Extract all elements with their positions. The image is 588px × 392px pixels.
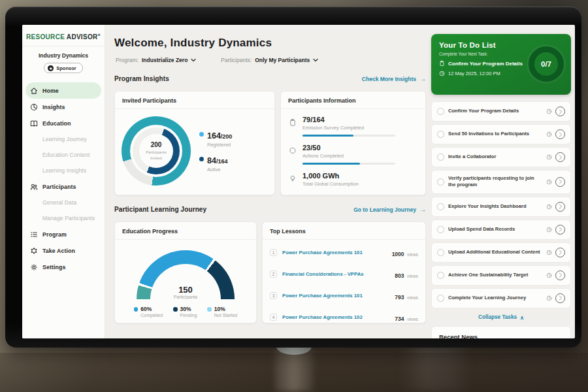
- todo-next-task: Confirm Your Program Details: [448, 61, 523, 67]
- sidebar-item-general-data[interactable]: General Data: [25, 195, 101, 210]
- lesson-link[interactable]: Financial Considerations - VPPAs: [282, 271, 395, 277]
- sidebar-item-insights[interactable]: Insights: [25, 99, 101, 115]
- sidebar-item-education-content[interactable]: Education Content: [25, 147, 101, 163]
- task-checkbox[interactable]: [437, 249, 444, 256]
- participants-information-card: Participants Information 79/164 Emission…: [280, 91, 426, 195]
- go-to-learning-journey-link[interactable]: Go to Learning Journey →: [353, 206, 426, 213]
- clipboard-icon: [289, 116, 297, 137]
- task-row[interactable]: Upload Additional Educational Content: [431, 242, 571, 263]
- sidebar-item-home[interactable]: Home: [25, 82, 101, 99]
- task-checkbox[interactable]: [437, 154, 444, 161]
- task-open-button[interactable]: [555, 106, 565, 116]
- legend-dot: [199, 132, 204, 137]
- sidebar-item-participants[interactable]: Participants: [25, 178, 101, 195]
- clipboard-icon: [439, 60, 445, 67]
- task-open-button[interactable]: [555, 152, 565, 162]
- task-open-button[interactable]: [555, 129, 565, 139]
- home-icon: [30, 87, 38, 95]
- sidebar-item-learning-journey[interactable]: Learning Journey: [25, 131, 101, 147]
- lesson-rank: 2: [270, 270, 277, 278]
- stat-total-consumption: 1,000 GWh Total Global Consumption: [289, 172, 417, 187]
- lesson-rank: 1: [270, 249, 277, 256]
- task-checkbox[interactable]: [437, 178, 444, 186]
- task-checkbox[interactable]: [437, 108, 444, 115]
- org-name: Industry Dynamics: [22, 52, 105, 59]
- task-checkbox[interactable]: [437, 272, 444, 279]
- program-value: Industrialize Zero: [142, 57, 188, 63]
- legend-item: 10%Not Started: [207, 306, 237, 318]
- section-title: Participant Learning Journey: [114, 206, 206, 213]
- task-row[interactable]: Invite a Collaborator: [431, 147, 571, 167]
- task-row[interactable]: Achieve One Sustainability Target: [431, 265, 571, 286]
- recent-news-title: Recent News: [439, 333, 563, 339]
- task-list: Confirm Your Program Details Send 50 Inv…: [431, 101, 571, 308]
- task-row[interactable]: Confirm Your Program Details: [431, 101, 571, 122]
- recent-news-card: Recent News: [431, 326, 571, 339]
- page-title: Welcome, Industry Dynamics: [114, 37, 272, 50]
- section-title: Program Insights: [114, 75, 169, 82]
- todo-due-date: 12 May 2025, 12:00 PM: [448, 71, 500, 76]
- todo-progress-value: 0/7: [541, 60, 551, 68]
- sidebar-item-settings[interactable]: Settings: [25, 259, 101, 275]
- task-checkbox[interactable]: [437, 226, 444, 233]
- check-more-insights-link[interactable]: Check More Insights →: [362, 75, 426, 82]
- task-row[interactable]: Explore Your Insights Dashboard: [431, 197, 571, 217]
- todo-progress-ring: 0/7: [529, 46, 564, 82]
- app-logo: RESOURCE ADVISOR+: [22, 30, 105, 46]
- program-insights-header: Program Insights Check More Insights →: [114, 75, 426, 82]
- donut-legend: 164/200 Registered 84/164 Active: [199, 123, 232, 179]
- clock-icon: [546, 154, 552, 160]
- sidebar-nav: Home Insights Education Learning Journey…: [22, 80, 105, 278]
- task-row[interactable]: Verify participants requesting to join t…: [431, 170, 571, 194]
- task-open-button[interactable]: [555, 177, 565, 187]
- task-checkbox[interactable]: [437, 131, 444, 138]
- gear-icon: [30, 263, 38, 271]
- sidebar-item-take-action[interactable]: Take Action: [25, 242, 101, 259]
- legend-item: 84/164 Active: [199, 154, 232, 172]
- invited-participants-donut-chart: 200 ParticipantsInvited: [122, 116, 191, 186]
- task-open-button[interactable]: [555, 270, 565, 280]
- task-row[interactable]: Complete Your Learning Journey: [431, 288, 571, 308]
- collapse-tasks-link[interactable]: Collapse Tasks ∧: [431, 314, 571, 321]
- task-open-button[interactable]: [555, 202, 565, 212]
- gauge-center-label: Participants: [137, 295, 235, 299]
- progress-bar: [302, 135, 395, 137]
- card-title: Invited Participants: [115, 91, 274, 109]
- chevron-down-icon: [191, 58, 196, 62]
- sponsor-icon: ★: [48, 65, 54, 71]
- lesson-rank: 4: [270, 314, 277, 321]
- sidebar-item-learning-insights[interactable]: Learning Insights: [25, 163, 101, 178]
- task-checkbox[interactable]: [437, 295, 444, 302]
- people-icon: [30, 183, 38, 191]
- list-icon: [30, 231, 38, 238]
- progress-bar: [302, 163, 395, 165]
- arrow-right-icon: →: [419, 206, 426, 213]
- task-open-button[interactable]: [555, 248, 565, 257]
- task-row[interactable]: Send 50 Invitations to Participants: [431, 124, 571, 144]
- task-row[interactable]: Upload Spend Data Records: [431, 220, 571, 240]
- clock-icon: [546, 227, 552, 233]
- participants-dropdown[interactable]: Participants: Only My Participants: [221, 57, 318, 63]
- stat-emission-survey: 79/164 Emission Survey Completed: [289, 116, 417, 137]
- lesson-link[interactable]: Power Purchase Agreements 102: [282, 314, 395, 320]
- filter-bar: Program: Industrialize Zero Participants…: [116, 57, 318, 63]
- clock-icon: [546, 108, 552, 114]
- lesson-row: 2 Financial Considerations - VPPAs 803 v…: [270, 263, 418, 285]
- legend-dot: [173, 307, 178, 312]
- education-progress-card: Education Progress 150 Participants 60%C…: [114, 221, 257, 323]
- lesson-rank: 3: [270, 292, 277, 299]
- task-checkbox[interactable]: [437, 203, 444, 210]
- screen: RESOURCE ADVISOR+ Industry Dynamics ★ Sp…: [22, 25, 575, 338]
- program-dropdown[interactable]: Program: Industrialize Zero: [116, 57, 196, 63]
- todo-panel: Your To Do List Complete Your Next Task:…: [431, 25, 571, 338]
- gauge-center-value: 150: [137, 285, 235, 295]
- task-open-button[interactable]: [555, 293, 565, 303]
- task-open-button[interactable]: [555, 225, 565, 235]
- sidebar-item-manage-participants[interactable]: Manage Participants: [25, 210, 101, 226]
- card-title: Top Lessons: [263, 222, 425, 240]
- sidebar-item-education[interactable]: Education: [25, 115, 101, 131]
- lesson-link[interactable]: Power Purchase Agreements 101: [282, 293, 395, 299]
- sidebar-item-program[interactable]: Program: [25, 226, 101, 242]
- clock-icon: [546, 250, 552, 255]
- lesson-link[interactable]: Power Purchase Agreements 101: [282, 250, 392, 255]
